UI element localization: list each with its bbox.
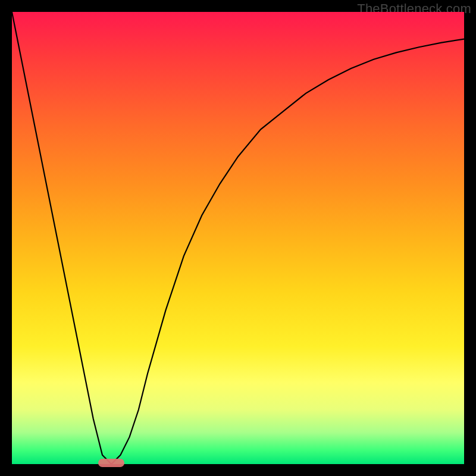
chart-frame: TheBottleneck.com <box>0 0 476 476</box>
bottom-marker <box>98 459 124 467</box>
curve-svg <box>12 12 464 464</box>
plot-area <box>12 12 464 464</box>
bottleneck-curve <box>12 12 464 464</box>
